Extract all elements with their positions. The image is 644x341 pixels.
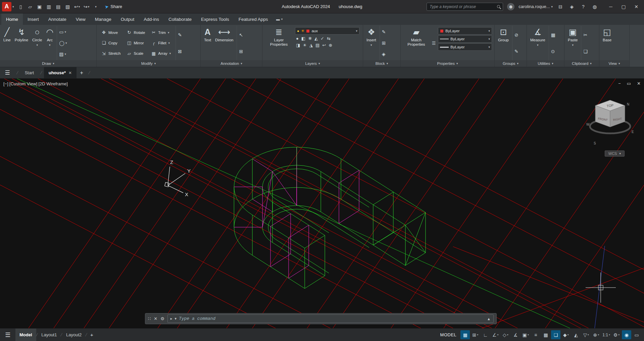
qat-customize-button[interactable]: ▾ bbox=[92, 2, 100, 11]
base-view-button[interactable]: ◱ Base bbox=[601, 26, 613, 60]
gizmo-toggle[interactable]: ⊕ ▾ bbox=[591, 330, 601, 339]
help-icon[interactable]: ? bbox=[580, 3, 587, 11]
plot-button[interactable]: ▤ bbox=[54, 2, 62, 11]
tab-annotate[interactable]: Annotate bbox=[44, 13, 71, 25]
new-file-button[interactable]: ▯ bbox=[17, 2, 25, 11]
tab-manage[interactable]: Manage bbox=[90, 13, 116, 25]
viewport-minimize-control[interactable]: [−] bbox=[3, 81, 8, 86]
layer-select[interactable]: ● ☀ aux ▾ bbox=[295, 27, 359, 35]
close-button[interactable]: ✕ bbox=[630, 0, 643, 13]
annotation-scale-button[interactable]: 1:1 ▾ bbox=[601, 330, 611, 339]
move-button[interactable]: ✥ Move bbox=[99, 27, 123, 38]
tab-start[interactable]: Start bbox=[20, 67, 39, 78]
object-snap-tracking-toggle[interactable]: ∡ bbox=[511, 330, 520, 339]
make-current-button[interactable]: ✓ bbox=[320, 36, 324, 41]
cart-icon[interactable]: ⊟ bbox=[557, 3, 564, 11]
hardware-acceleration-toggle[interactable]: ◉ bbox=[622, 330, 631, 339]
tab-layout1[interactable]: Layout1 bbox=[37, 329, 61, 341]
tab-collaborate[interactable]: Collaborate bbox=[164, 13, 196, 25]
layer-lock-button[interactable]: ◭ bbox=[314, 36, 318, 41]
panel-label-view[interactable]: View ▾ bbox=[599, 60, 629, 67]
rotate-button[interactable]: ↻ Rotate bbox=[124, 27, 147, 38]
layer-unlock-button[interactable]: ◮ bbox=[309, 43, 313, 48]
drawing-area[interactable]: Z Y X [−] [Custom View] [2D Wireframe] −… bbox=[0, 79, 644, 328]
command-input-box[interactable]: ▸ ▾ ▲ bbox=[167, 314, 494, 323]
lineweight-toggle[interactable]: ≡ bbox=[531, 330, 540, 339]
stretch-button[interactable]: ⇲ Stretch bbox=[99, 48, 123, 59]
fillet-button[interactable]: ╭ Fillet ▾ bbox=[149, 38, 173, 48]
command-collapse-icon[interactable]: ▲ bbox=[487, 317, 491, 321]
line-button[interactable]: ╱ Line bbox=[2, 26, 12, 60]
selection-filtering-toggle[interactable]: ▽ ▾ bbox=[581, 330, 591, 339]
tab-layout2[interactable]: Layout2 bbox=[62, 329, 86, 341]
lineweight-select[interactable]: ByLayer ▾ bbox=[438, 43, 492, 51]
tab-home[interactable]: Home bbox=[1, 13, 23, 25]
panel-label-annotation[interactable]: Annotation ▾ bbox=[201, 60, 262, 67]
tab-express-tools[interactable]: Express Tools bbox=[196, 13, 234, 25]
properties-list-button[interactable]: ☰ bbox=[431, 26, 437, 60]
model-space-toggle[interactable]: MODEL bbox=[437, 332, 460, 337]
edit-block-button[interactable]: ✎ bbox=[381, 29, 387, 35]
viewport-visual-style-control[interactable]: [2D Wireframe] bbox=[38, 81, 67, 86]
compass-east[interactable]: E bbox=[632, 130, 634, 134]
tab-uhouse[interactable]: uhouse* ✕ bbox=[44, 67, 77, 78]
ellipse-button[interactable]: ◯ ▾ bbox=[58, 40, 67, 46]
block-attributes-button[interactable]: ◈ bbox=[381, 51, 387, 57]
3d-object-snap-toggle[interactable]: ◆ ▾ bbox=[561, 330, 571, 339]
polyline-button[interactable]: ↯ Polyline bbox=[13, 26, 30, 60]
compass-west[interactable]: W bbox=[586, 123, 590, 126]
workspace-switching-button[interactable]: ⚙ ▾ bbox=[612, 330, 621, 339]
leader-button[interactable]: ↖ bbox=[238, 32, 244, 38]
isometric-drafting-toggle[interactable]: ◇ ▾ bbox=[501, 330, 510, 339]
command-history-caret-icon[interactable]: ▾ bbox=[175, 316, 177, 321]
avatar[interactable]: ☻ bbox=[507, 3, 514, 10]
layer-off-button[interactable]: ● bbox=[296, 36, 299, 41]
panel-label-properties[interactable]: Properties ▾ bbox=[401, 60, 494, 67]
compass-north[interactable]: N bbox=[627, 102, 629, 106]
ungroup-button[interactable]: ⊘ bbox=[514, 32, 519, 38]
hatch-button[interactable]: ▨ ▾ bbox=[58, 51, 67, 57]
apps-icon[interactable]: ◈ bbox=[568, 3, 576, 11]
tab-output[interactable]: Output bbox=[116, 13, 139, 25]
account-menu[interactable]: carolina.roque... ▾ bbox=[518, 4, 553, 9]
snap-mode-toggle[interactable]: ⊞ ▾ bbox=[470, 330, 480, 339]
command-input[interactable] bbox=[179, 316, 485, 321]
layer-thaw-button[interactable]: ☀ bbox=[303, 43, 307, 48]
group-button[interactable]: ⊡ Group bbox=[496, 26, 510, 60]
panel-label-block[interactable]: Block ▾ bbox=[363, 60, 400, 67]
panel-label-groups[interactable]: Groups ▾ bbox=[495, 60, 527, 67]
app-menu-button[interactable]: A ▾ bbox=[0, 0, 17, 13]
panel-label-modify[interactable]: Modify ▾ bbox=[97, 60, 200, 67]
measure-button[interactable]: ∡ Measure ▾ bbox=[529, 26, 547, 60]
minimize-button[interactable]: ─ bbox=[604, 0, 617, 13]
mirror-button[interactable]: ◫ Mirror bbox=[124, 38, 147, 48]
match-properties-button[interactable]: ▰ Match Properties bbox=[402, 26, 430, 60]
grid-display-toggle[interactable]: ▦ bbox=[460, 330, 470, 339]
tab-insert[interactable]: Insert bbox=[23, 13, 44, 25]
ortho-mode-toggle[interactable]: ∟ bbox=[481, 330, 490, 339]
arc-button[interactable]: ◠ Arc ▾ bbox=[44, 26, 55, 60]
clean-screen-toggle[interactable]: ▭ bbox=[632, 330, 641, 339]
help-search[interactable] bbox=[427, 3, 503, 11]
dynamic-ucs-toggle[interactable]: ◭ bbox=[571, 330, 581, 339]
viewport-minimize-icon[interactable]: − bbox=[618, 81, 621, 86]
rectangle-button[interactable]: ▭ ▾ bbox=[58, 29, 67, 35]
dimension-button[interactable]: ⟷ Dimension bbox=[213, 26, 235, 60]
save-as-button[interactable]: ▥ bbox=[45, 2, 53, 11]
search-icon[interactable] bbox=[497, 5, 500, 8]
selection-cycling-toggle[interactable]: ❏ bbox=[551, 330, 560, 339]
quick-calc-button[interactable]: ▦ bbox=[550, 32, 556, 38]
trim-button[interactable]: ✂ Trim ▾ bbox=[149, 27, 173, 38]
panel-label-draw[interactable]: Draw ▾ bbox=[0, 60, 96, 67]
group-edit-button[interactable]: ✎ bbox=[514, 48, 519, 54]
new-drawing-button[interactable]: + bbox=[77, 70, 87, 76]
command-prompt-icon[interactable]: ▸ bbox=[170, 316, 172, 321]
id-point-button[interactable]: ⊙ bbox=[550, 48, 556, 54]
redo-button[interactable]: ↪ ▾ bbox=[83, 2, 91, 11]
insert-block-button[interactable]: ❖ Insert ▾ bbox=[365, 26, 378, 60]
create-block-button[interactable]: ⊞ bbox=[381, 40, 387, 46]
maximize-button[interactable]: ▢ bbox=[617, 0, 630, 13]
file-tabs-menu-icon[interactable]: ☰ bbox=[0, 69, 15, 76]
polar-tracking-toggle[interactable]: ∠ ▾ bbox=[491, 330, 500, 339]
command-grip-icon[interactable]: ∷ bbox=[148, 316, 151, 321]
